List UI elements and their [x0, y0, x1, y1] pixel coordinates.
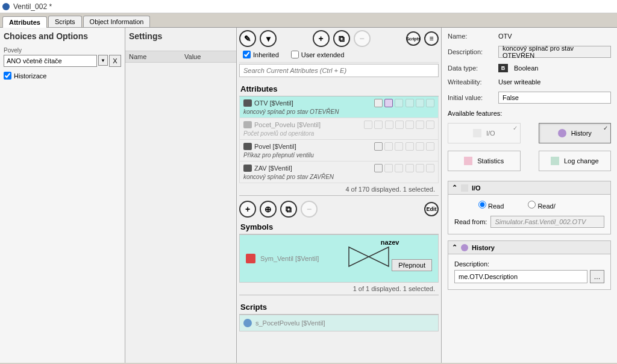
inherited-label: Inherited — [253, 51, 279, 58]
filter-button[interactable]: ▾ — [260, 30, 277, 47]
svg-marker-0 — [349, 247, 369, 266]
datatype-value: Boolean — [514, 64, 538, 72]
check-icon: ✓ — [513, 125, 518, 131]
chevron-down-icon: ⌃ — [452, 184, 457, 192]
mini-icon — [374, 121, 383, 129]
history-panel-header[interactable]: ⌃ History — [448, 241, 610, 254]
bool-icon — [243, 143, 252, 150]
name-value: OTV — [498, 33, 611, 40]
symbols-header: Symbols — [239, 220, 439, 234]
settings-header: Settings — [129, 31, 233, 41]
description-label: Description: — [448, 48, 495, 55]
writeability-value: User writeable — [498, 78, 540, 86]
history-desc-input[interactable] — [454, 270, 587, 283]
historizace-row[interactable]: Historizace — [4, 72, 121, 80]
list-button[interactable]: ≡ — [424, 31, 439, 46]
feature-history[interactable]: History✓ — [539, 123, 612, 143]
add-multi-button[interactable]: ⊕ — [260, 201, 277, 218]
properties-panel: Name: OTV Description: koncový spínač pr… — [442, 28, 617, 363]
user-extended-row[interactable]: User extended — [291, 51, 345, 58]
history-icon — [461, 244, 468, 251]
initial-value-field[interactable]: False — [498, 92, 611, 104]
titlebar: Ventil_002 * — [0, 0, 617, 13]
inherited-checkbox[interactable] — [243, 51, 251, 58]
edit-button[interactable]: Edit — [424, 202, 439, 216]
search-input[interactable] — [239, 64, 439, 77]
read-from-field[interactable]: Simulator.Fast.Ventil_002.OTV — [490, 216, 604, 228]
chevron-down-icon: ⌃ — [452, 243, 457, 251]
scripts-button[interactable]: Scripts — [406, 31, 421, 46]
valve-preview: nazev Přepnout — [348, 239, 432, 271]
readwrite-radio[interactable] — [528, 201, 536, 209]
wand-button[interactable]: ✎ — [239, 30, 256, 47]
settings-col-value: Value — [181, 51, 236, 62]
io-icon — [461, 184, 468, 192]
attr-toolbar: ✎ ▾ + ⧉ − Scripts ≡ — [239, 30, 439, 47]
attr-name: Pocet_Povelu [$Ventil] — [254, 121, 362, 128]
feature-io[interactable]: I/O✓ — [448, 123, 521, 143]
povely-combo[interactable]: ANO včetně čítače — [4, 55, 97, 67]
io-icon — [473, 129, 481, 137]
script-label: s_PocetPovelu [$Ventil] — [255, 319, 325, 327]
symbol-label: Sym_Ventil [$Ventil] — [260, 255, 319, 262]
mini-icon — [385, 121, 393, 129]
attr-desc: Příkaz pro přepnutí ventilu — [243, 152, 434, 158]
mini-icon — [416, 99, 424, 107]
read-radio-row[interactable]: Read — [478, 201, 504, 210]
writeability-label: Writeability: — [448, 78, 495, 86]
io-panel-header[interactable]: ⌃ I/O — [448, 181, 610, 195]
add-button[interactable]: + — [313, 30, 330, 47]
read-from-label: Read from: — [454, 218, 487, 225]
symbol-row[interactable]: Sym_Ventil [$Ventil] nazev Přepnout — [239, 234, 439, 283]
nazev-label: nazev — [348, 239, 432, 246]
tab-bar: Attributes Scripts Object Information — [0, 13, 617, 28]
script-row[interactable]: s_PocetPovelu [$Ventil] — [239, 315, 439, 331]
readwrite-radio-row[interactable]: Read/ — [528, 201, 555, 210]
io-icon — [374, 142, 383, 151]
settings-col-name: Name — [125, 51, 181, 62]
tab-object-info[interactable]: Object Information — [83, 16, 151, 27]
attr-row-pocet[interactable]: Pocet_Povelu [$Ventil] Počet povelů od o… — [239, 118, 439, 140]
int-icon — [243, 121, 252, 128]
duplicate-symbol-button[interactable]: ⧉ — [280, 201, 297, 218]
symbol-toolbar: + ⊕ ⧉ − Edit — [239, 201, 439, 218]
attr-status: 4 of 170 displayed. 1 selected. — [239, 183, 439, 196]
mini-icon — [406, 164, 414, 172]
remove-button[interactable]: − — [354, 30, 371, 47]
name-label: Name: — [448, 33, 495, 40]
choices-header: Choices and Options — [4, 31, 121, 41]
attr-row-zav[interactable]: ZAV [$Ventil] koncový spínač pro stav ZA… — [239, 162, 439, 183]
attr-row-povel[interactable]: Povel [$Ventil] Příkaz pro přepnutí vent… — [239, 140, 439, 162]
remove-symbol-button[interactable]: − — [301, 201, 318, 218]
mini-icon — [395, 121, 404, 129]
mini-icon — [384, 164, 393, 172]
povely-clear-button[interactable]: X — [109, 55, 121, 67]
tab-scripts[interactable]: Scripts — [48, 16, 82, 27]
tab-attributes[interactable]: Attributes — [2, 16, 47, 28]
description-field[interactable]: koncový spínač pro stav OTEVŘEN — [498, 46, 611, 58]
attributes-panel: ✎ ▾ + ⧉ − Scripts ≡ Inherited User exten… — [237, 28, 442, 363]
mini-icon — [395, 99, 403, 107]
io-panel: ⌃ I/O Read Read/ Read from: Simulator.Fa… — [448, 181, 611, 234]
feature-logchange[interactable]: Log change — [539, 151, 612, 171]
feature-statistics[interactable]: Statistics — [448, 151, 521, 171]
prepnout-button[interactable]: Přepnout — [392, 259, 432, 271]
inherited-row[interactable]: Inherited — [243, 51, 279, 58]
browse-button[interactable]: … — [590, 270, 604, 283]
io-icon — [374, 164, 383, 172]
mini-icon — [416, 121, 424, 129]
povely-dropdown-arrow[interactable]: ▼ — [98, 55, 108, 66]
feature-grid: I/O✓ History✓ Statistics Log change — [448, 123, 611, 171]
valve-icon — [348, 246, 390, 268]
historizace-checkbox[interactable] — [4, 72, 11, 80]
svg-marker-1 — [369, 247, 389, 266]
duplicate-button[interactable]: ⧉ — [333, 30, 350, 47]
main: Choices and Options Povely ANO včetně čí… — [0, 28, 617, 363]
add-symbol-button[interactable]: + — [239, 201, 256, 218]
choices-panel: Choices and Options Povely ANO včetně čí… — [0, 28, 125, 363]
scripts-header: Scripts — [239, 300, 439, 315]
read-radio[interactable] — [478, 201, 486, 209]
attr-row-otv[interactable]: OTV [$Ventil] koncový spínač pro stav OT… — [239, 96, 439, 118]
attr-desc: koncový spínač pro stav ZAVŘEN — [243, 174, 434, 180]
user-extended-checkbox[interactable] — [291, 51, 299, 58]
